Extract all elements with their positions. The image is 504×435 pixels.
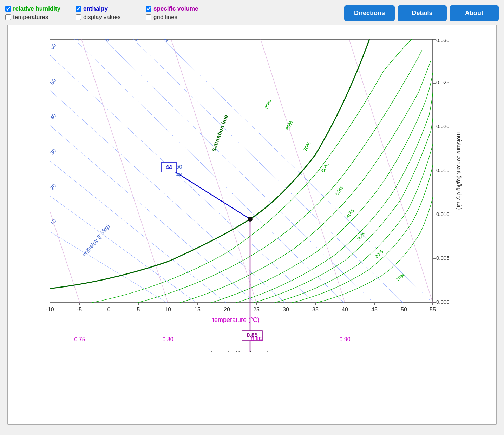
svg-text:20: 20 — [224, 307, 230, 312]
volume-tick-085: 0.85 — [251, 336, 262, 342]
svg-text:0.005: 0.005 — [436, 255, 450, 261]
directions-button[interactable]: Directions — [344, 5, 395, 21]
psychrometric-chart[interactable]: -10 -5 0 5 10 15 20 25 30 35 40 45 50 55 — [29, 36, 464, 352]
svg-text:45: 45 — [371, 307, 378, 312]
cb-grid-lines-input[interactable] — [146, 14, 151, 20]
volume-tick-075: 0.75 — [74, 336, 85, 342]
svg-text:5: 5 — [137, 307, 140, 312]
svg-text:0.000: 0.000 — [436, 299, 450, 305]
cb-specific-volume-input[interactable] — [146, 6, 151, 12]
svg-text:-10: -10 — [46, 307, 54, 312]
checkbox-display-values[interactable]: display values — [76, 14, 146, 21]
svg-text:35: 35 — [312, 307, 319, 312]
svg-text:temperature (°C): temperature (°C) — [212, 316, 260, 323]
selected-point[interactable] — [248, 217, 253, 222]
svg-text:moisture content (kg/kg dry ai: moisture content (kg/kg dry air) — [456, 132, 462, 210]
details-button[interactable]: Details — [398, 5, 447, 21]
svg-text:15: 15 — [194, 307, 201, 312]
volume-tick-080: 0.80 — [162, 336, 173, 342]
cb-enthalpy-input[interactable] — [76, 6, 81, 12]
about-button[interactable]: About — [450, 5, 499, 21]
cb-relative-humidity-input[interactable] — [5, 6, 11, 12]
svg-text:25: 25 — [253, 307, 260, 312]
svg-text:50: 50 — [401, 307, 407, 312]
checkbox-enthalpy[interactable]: enthalpy — [76, 5, 146, 12]
svg-text:30: 30 — [283, 307, 289, 312]
cb-grid-lines-label: grid lines — [153, 14, 177, 21]
enthalpy-50-near: 50 — [176, 164, 182, 170]
svg-text:10: 10 — [165, 307, 171, 312]
checkbox-temperatures[interactable]: temperatures — [5, 14, 76, 21]
toolbar: relative humidity enthalpy specific volu… — [5, 4, 499, 21]
cb-display-values-input[interactable] — [76, 14, 81, 20]
svg-text:-5: -5 — [77, 307, 82, 312]
volume-tick-090: 0.90 — [339, 336, 350, 342]
chart-container: -10 -5 0 5 10 15 20 25 30 35 40 45 50 55 — [7, 25, 497, 425]
svg-text:0.010: 0.010 — [436, 211, 450, 217]
cb-enthalpy-label: enthalpy — [83, 5, 108, 12]
svg-text:0.020: 0.020 — [436, 123, 450, 129]
cb-temperatures-label: temperatures — [13, 14, 48, 21]
enthalpy-value-label: 44 — [166, 164, 172, 170]
checkbox-relative-humidity[interactable]: relative humidity — [5, 5, 76, 12]
svg-text:0.025: 0.025 — [436, 79, 450, 85]
checkbox-grid-lines[interactable]: grid lines — [146, 14, 216, 21]
buttons-group: Directions Details About — [344, 4, 499, 21]
svg-text:0: 0 — [107, 307, 111, 312]
checkboxes-group: relative humidity enthalpy specific volu… — [5, 4, 344, 21]
cb-temperatures-input[interactable] — [5, 14, 11, 20]
volume-axis-label: volume (m³/kg dry air) — [204, 349, 269, 352]
svg-text:55: 55 — [430, 307, 436, 312]
cb-relative-humidity-label: relative humidity — [13, 5, 60, 12]
svg-text:0.015: 0.015 — [436, 167, 450, 173]
app-container: relative humidity enthalpy specific volu… — [0, 0, 504, 428]
cb-specific-volume-label: specific volume — [153, 5, 198, 12]
cb-display-values-label: display values — [83, 14, 121, 21]
checkbox-specific-volume[interactable]: specific volume — [146, 5, 216, 12]
svg-text:0.030: 0.030 — [436, 37, 450, 43]
enthalpy-40-near: 40 — [176, 171, 182, 177]
svg-text:40: 40 — [342, 307, 348, 312]
